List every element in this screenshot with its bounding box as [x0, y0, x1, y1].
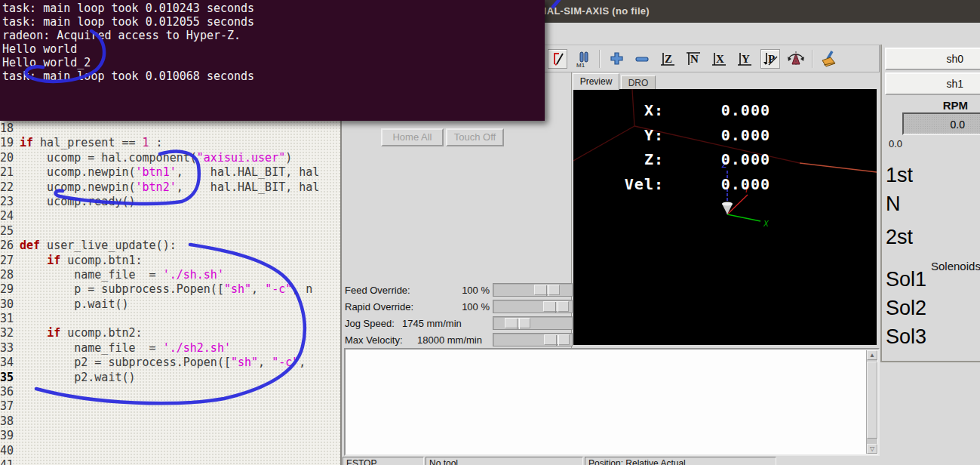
touch-off-button[interactable]: Touch Off	[446, 128, 504, 146]
code-line: 40	[0, 444, 340, 458]
code-line: 28 name_file = './sh.sh'	[0, 268, 340, 282]
solenoid-label: Sol2	[886, 297, 926, 320]
override-value: 100 %	[462, 301, 490, 313]
line-number: 20	[0, 151, 20, 165]
code-line: 29 p = subprocess.Popen(["sh", "-c", n	[0, 282, 340, 297]
optional-stop-m1-icon[interactable]: M1	[573, 49, 593, 69]
override-slider[interactable]	[493, 333, 573, 346]
slider-thumb[interactable]	[534, 285, 560, 295]
line-number: 41	[0, 458, 20, 465]
line-number: 23	[0, 195, 20, 209]
code-text: ucomp = hal.component("axisui.user")	[20, 151, 292, 165]
code-line: 33 name_file = './sh2.sh'	[0, 341, 340, 356]
svg-text:X: X	[716, 53, 724, 65]
override-label: Rapid Override:	[345, 301, 413, 313]
solenoid-label: Sol3	[886, 325, 926, 349]
sh0-button[interactable]: sh0	[885, 48, 980, 70]
view-z-back-icon[interactable]: N	[684, 49, 703, 69]
solenoids-title: Solenoids	[931, 260, 980, 273]
override-slider[interactable]	[493, 283, 573, 297]
code-line: 37	[0, 399, 340, 414]
svg-text:X: X	[763, 220, 769, 228]
zoom-out-icon[interactable]	[632, 49, 652, 69]
code-line: 39	[0, 429, 340, 443]
dro-row: Vel:0.000	[573, 175, 877, 200]
line-number: 40	[0, 444, 20, 458]
line-number: 36	[0, 385, 20, 399]
rotate-view-icon[interactable]	[786, 49, 806, 69]
view-z-icon[interactable]: Z	[658, 49, 677, 69]
code-line: 35 p2.wait()	[0, 371, 340, 385]
scroll-up-icon[interactable]: ▲	[867, 350, 877, 360]
code-line: 24	[0, 209, 340, 223]
solenoid-label: Sol1	[886, 268, 926, 291]
line-number: 39	[0, 429, 20, 443]
terminal-window: task: main loop took 0.010243 secondstas…	[0, 0, 545, 121]
home-all-button[interactable]: Home All	[381, 128, 444, 146]
scrollbar-thumb[interactable]	[867, 362, 877, 439]
window-title: HAL-SIM-AXIS (no file)	[539, 0, 650, 23]
code-line: 34 p2 = subprocess.Popen(["sh", "-c",	[0, 356, 340, 370]
view-x-icon[interactable]: X	[709, 49, 729, 69]
dro-axis-label: Z:	[573, 150, 664, 175]
line-number: 18	[0, 122, 20, 136]
override-row: Jog Speed:1745 mm/min	[343, 316, 573, 332]
screen: HAL-SIM-AXIS (no file) M1ZNXYP Preview D…	[0, 0, 980, 465]
gear-label: N	[886, 192, 901, 216]
code-line: 19if hal_present == 1 :	[0, 136, 340, 150]
override-slider[interactable]	[493, 300, 573, 313]
line-number: 28	[0, 268, 20, 282]
view-y-icon[interactable]: Y	[735, 49, 754, 69]
dro-readout: X:0.000Y:0.000Z:0.000Vel:0.000	[573, 101, 877, 199]
override-value: 1745 mm/min	[402, 318, 462, 329]
dro-axis-value: 0.000	[664, 101, 770, 126]
code-text: ucomp.newpin('btn2', hal.HAL_BIT, hal	[20, 180, 319, 194]
slider-thumb[interactable]	[505, 318, 530, 328]
dro-row: Z:0.000	[573, 150, 877, 175]
line-number: 22	[0, 180, 20, 195]
preview-canvas[interactable]: ZYX X:0.000Y:0.000Z:0.000Vel:0.000	[573, 89, 877, 345]
sh1-button[interactable]: sh1	[885, 72, 980, 95]
view-perspective-icon[interactable]: P	[760, 49, 780, 69]
gcode-listing[interactable]: ▲ ▽	[344, 348, 880, 456]
code-line: 21 ucomp.newpin('btn1', hal.HAL_BIT, hal	[0, 165, 340, 180]
line-number: 31	[0, 312, 20, 326]
code-text: name_file = './sh2.sh'	[20, 341, 231, 355]
code-text: ucomp.newpin('btn1', hal.HAL_BIT, hal	[20, 165, 319, 179]
code-text: p2 = subprocess.Popen(["sh", "-c",	[20, 356, 306, 369]
dro-axis-value: 0.000	[664, 175, 770, 200]
code-line: 27 if ucomp.btn1:	[0, 254, 340, 268]
code-text: p.wait()	[20, 297, 129, 311]
scroll-down-icon[interactable]: ▽	[867, 444, 877, 454]
gcode-scrollbar[interactable]: ▲ ▽	[866, 350, 877, 454]
override-value: 18000 mm/min	[417, 334, 482, 346]
code-text: p2.wait()	[20, 371, 136, 384]
line-number: 19	[0, 136, 20, 150]
override-slider[interactable]	[493, 316, 573, 330]
terminal-line: task: main loop took 0.012055 seconds	[2, 15, 545, 29]
tab-preview[interactable]: Preview	[573, 73, 619, 90]
code-line: 18	[0, 122, 340, 136]
code-text: def user_live_update():	[20, 239, 177, 252]
line-number: 29	[0, 282, 20, 297]
terminal-line: Hello world	[2, 42, 545, 56]
slider-thumb[interactable]	[543, 301, 569, 312]
code-text: p = subprocess.Popen(["sh", "-c", n	[20, 282, 312, 296]
tab-dro[interactable]: DRO	[621, 75, 656, 90]
line-number: 30	[0, 297, 20, 312]
zoom-in-icon[interactable]	[607, 49, 626, 69]
override-row: Rapid Override:100 %	[343, 299, 573, 316]
code-text: if hal_present == 1 :	[20, 136, 163, 149]
slider-thumb[interactable]	[544, 334, 570, 345]
code-line: 20 ucomp = hal.component("axisui.user")	[0, 151, 340, 165]
code-text: if ucomp.btn1:	[20, 254, 143, 267]
status-field: ESTOP	[343, 457, 424, 465]
code-line: 38	[0, 414, 340, 429]
terminal-output: task: main loop took 0.010243 secondstas…	[2, 2, 545, 83]
line-number: 24	[0, 209, 20, 223]
svg-text:P: P	[768, 53, 775, 65]
code-editor[interactable]: 1819if hal_present == 1 :20 ucomp = hal.…	[0, 121, 340, 465]
clear-plot-icon[interactable]	[819, 49, 839, 69]
gear-label: 1st	[886, 164, 913, 187]
run-from-line-icon[interactable]	[548, 49, 567, 69]
